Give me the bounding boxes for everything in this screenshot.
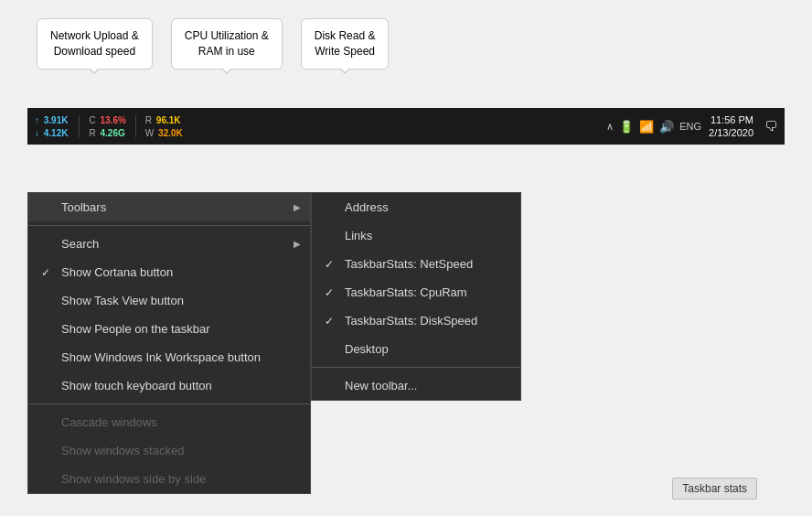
menu-separator-1 [28,225,310,226]
tooltip-cpu-text: CPU Utilization &RAM in use [185,29,269,58]
menu-item-cascade: Cascade windows [28,408,310,436]
ram-value: 4.26G [100,128,124,138]
menu-item-cortana[interactable]: ✓ Show Cortana button [28,258,310,286]
tooltips-area: Network Upload &Download speed CPU Utili… [37,18,389,70]
taskbar: ↑ 3.91K ↓ 4.12K C 13.6% R 4.26G R 96.1K … [27,108,785,145]
tooltip-disk-text: Disk Read &Write Speed [315,29,376,58]
menu-diskspeed-label: TaskbarStats: DiskSpeed [345,314,477,328]
download-stat: ↓ 4.12K [35,127,69,139]
system-tray: ∧ 🔋 📶 🔊 ENG 11:56 PM 2/13/2020 🗨 [606,113,777,140]
menu-taskview-label: Show Task View button [61,294,184,307]
taskbar-network-stats: ↑ 3.91K ↓ 4.12K [35,114,69,139]
menu-item-diskspeed[interactable]: ✓ TaskbarStats: DiskSpeed [312,306,520,335]
taskbar-stats-label: Taskbar stats [672,478,757,500]
menu-links-label: Links [345,229,372,242]
read-value: 96.1K [156,115,181,125]
cpu-stat: C 13.6% [89,114,125,126]
menu-cascade-label: Cascade windows [61,415,157,429]
menu-item-address[interactable]: Address [312,193,520,221]
read-stat: R 96.1K [145,114,183,126]
context-menu-taskbar: Toolbars Search ✓ Show Cortana button Sh… [27,192,311,494]
menu-ink-label: Show Windows Ink Workspace button [61,350,261,364]
upload-value: 3.91K [44,115,69,125]
action-center-icon[interactable]: 🗨 [764,119,777,134]
menu-address-label: Address [345,200,389,214]
download-value: 4.12K [44,128,69,138]
menu-item-ink[interactable]: Show Windows Ink Workspace button [28,343,310,371]
submenu-separator [312,367,520,368]
clock-time: 11:56 PM [709,113,753,126]
stat-divider-2 [135,115,136,137]
menu-item-taskview[interactable]: Show Task View button [28,286,310,315]
cpu-value: 13.6% [100,115,125,125]
taskbar-disk-stats: R 96.1K W 32.0K [145,114,183,139]
write-stat: W 32.0K [145,127,183,139]
upload-stat: ↑ 3.91K [35,114,69,126]
taskbar-stats-text: Taskbar stats [682,482,747,495]
context-menu-toolbars: Address Links ✓ TaskbarStats: NetSpeed ✓… [311,192,521,401]
ram-stat: R 4.26G [89,127,125,139]
menu-sidebyside-label: Show windows side by side [61,472,206,486]
menu-separator-2 [28,403,310,404]
wifi-icon: 📶 [639,120,654,134]
menu-people-label: Show People on the taskbar [61,322,210,336]
menu-item-keyboard[interactable]: Show touch keyboard button [28,371,310,400]
menu-item-stacked: Show windows stacked [28,436,310,465]
menu-newtoolbar-label: New toolbar... [345,379,418,392]
menu-item-toolbars[interactable]: Toolbars [28,193,310,221]
write-value: 32.0K [158,128,183,138]
menu-item-newtoolbar[interactable]: New toolbar... [312,371,520,400]
menu-desktop-label: Desktop [345,342,389,356]
volume-icon[interactable]: 🔊 [659,120,674,134]
menu-stacked-label: Show windows stacked [61,444,184,457]
menu-cpuram-label: TaskbarStats: CpuRam [345,285,467,299]
stat-divider-1 [79,115,80,137]
taskbar-cpu-stats: C 13.6% R 4.26G [89,114,125,139]
tooltip-network-text: Network Upload &Download speed [50,29,139,58]
menu-cortana-label: Show Cortana button [61,265,173,279]
menu-keyboard-label: Show touch keyboard button [61,379,212,392]
menu-netspeed-label: TaskbarStats: NetSpeed [345,257,473,271]
menu-item-sidebyside: Show windows side by side [28,465,310,493]
menu-search-label: Search [61,237,99,251]
tooltip-cpu: CPU Utilization &RAM in use [171,18,283,70]
chevron-up-icon[interactable]: ∧ [606,121,614,133]
menu-item-desktop[interactable]: Desktop [312,335,520,363]
menu-item-links[interactable]: Links [312,221,520,250]
battery-icon: 🔋 [619,120,634,134]
menu-toolbars-label: Toolbars [61,200,106,214]
taskbar-clock[interactable]: 11:56 PM 2/13/2020 [709,113,753,140]
netspeed-checkmark: ✓ [325,258,334,271]
tooltip-disk: Disk Read &Write Speed [301,18,390,70]
menu-item-search[interactable]: Search [28,230,310,258]
cortana-checkmark: ✓ [41,266,50,279]
clock-date: 2/13/2020 [709,126,753,139]
menu-item-netspeed[interactable]: ✓ TaskbarStats: NetSpeed [312,250,520,278]
menu-item-cpuram[interactable]: ✓ TaskbarStats: CpuRam [312,278,520,306]
tooltip-network: Network Upload &Download speed [37,18,153,70]
language-label[interactable]: ENG [679,121,701,132]
diskspeed-checkmark: ✓ [325,315,334,328]
cpuram-checkmark: ✓ [325,286,334,299]
tray-icons: ∧ 🔋 📶 🔊 ENG [606,120,701,134]
menu-item-people[interactable]: Show People on the taskbar [28,315,310,343]
